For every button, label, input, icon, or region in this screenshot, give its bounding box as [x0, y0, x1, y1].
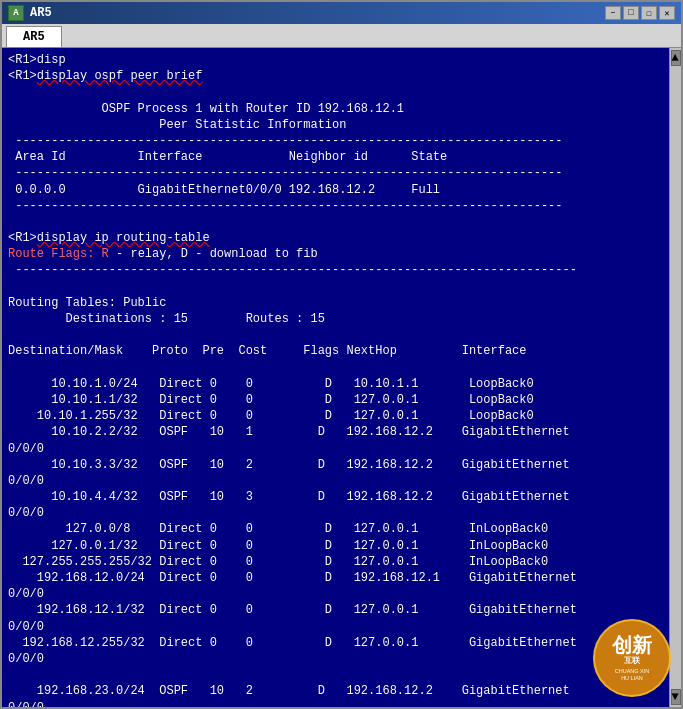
line-prompt1: <R1>disp <R1>display ospf peer brief OSP…: [8, 53, 577, 707]
watermark-line1: 互联: [624, 656, 640, 666]
watermark-line2: CHUANG XIN: [615, 668, 650, 675]
scrollbar[interactable]: ▲ ▼: [669, 48, 681, 707]
window-frame: A AR5 – □ ☐ ✕ AR5 <R1>disp <R1>display o…: [0, 0, 683, 709]
watermark-line3: HU LIAN: [621, 675, 643, 682]
scroll-down-button[interactable]: ▼: [671, 689, 681, 705]
terminal-wrapper: <R1>disp <R1>display ospf peer brief OSP…: [2, 48, 681, 707]
close-button[interactable]: ✕: [659, 6, 675, 20]
title-bar-controls: – □ ☐ ✕: [605, 6, 675, 20]
minimize-button[interactable]: –: [605, 6, 621, 20]
terminal[interactable]: <R1>disp <R1>display ospf peer brief OSP…: [2, 48, 669, 707]
title-bar-left: A AR5: [8, 5, 52, 21]
scroll-up-button[interactable]: ▲: [671, 50, 681, 66]
title-bar: A AR5 – □ ☐ ✕: [2, 2, 681, 24]
tab-ar5[interactable]: AR5: [6, 26, 62, 47]
tab-bar: AR5: [2, 24, 681, 48]
maximize-button[interactable]: ☐: [641, 6, 657, 20]
watermark: 创新 互联 CHUANG XIN HU LIAN: [593, 619, 671, 697]
watermark-icon: 创新: [612, 635, 652, 655]
restore-button[interactable]: □: [623, 6, 639, 20]
app-icon: A: [8, 5, 24, 21]
window-title: AR5: [30, 6, 52, 20]
